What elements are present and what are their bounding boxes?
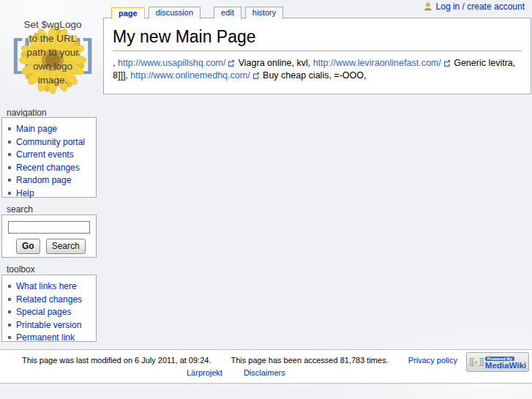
sidebar-item-help: Help	[7, 189, 93, 198]
toolbox-link-special-pages[interactable]: Special pages	[16, 307, 71, 317]
sidebar-link-random-page[interactable]: Random page	[16, 175, 71, 185]
search-button[interactable]: Search	[46, 239, 86, 254]
footer: This page was last modified on 6 July 20…	[0, 349, 532, 384]
search-input[interactable]	[8, 221, 90, 234]
mediawiki-badge[interactable]: [[ ]] Powered By MediaWiki	[466, 352, 529, 372]
logo-text-line: image.	[4, 73, 101, 87]
portlet-title-toolbox: toolbox	[7, 264, 35, 275]
toolbox-item-permanent-link: Permanent link	[7, 333, 93, 343]
go-button[interactable]: Go	[16, 239, 40, 254]
tab-edit[interactable]: edit	[214, 7, 241, 19]
access-count-text: This page has been accessed 81,783 times…	[231, 356, 388, 365]
sidebar-item-random-page: Random page	[7, 176, 93, 185]
badge-text: Powered By MediaWiki	[485, 354, 526, 370]
last-modified-text: This page was last modified on 6 July 20…	[22, 356, 211, 365]
external-link-leviraonlinefast[interactable]: http://www.leviraonlinefast.com/	[313, 58, 441, 68]
tab-page[interactable]: page	[111, 7, 145, 19]
external-link-usapillshq[interactable]: http://www.usapillshq.com/	[118, 58, 225, 68]
page-title: My new Main Page	[113, 27, 522, 51]
tab-bar: page discussion edit history	[111, 7, 287, 19]
sidebar-link-help[interactable]: Help	[16, 188, 34, 198]
toolbox-link-what-links-here[interactable]: What links here	[16, 281, 77, 291]
text-fragment: ,	[113, 58, 118, 68]
logo-text-line: Set $wgLogo	[4, 18, 101, 31]
sidebar-item-community-portal: Community portal	[7, 138, 93, 147]
privacy-policy-link[interactable]: Privacy policy	[408, 356, 457, 365]
toolbox-link-permanent-link[interactable]: Permanent link	[16, 332, 75, 343]
sidebar-link-community-portal[interactable]: Community portal	[16, 137, 85, 147]
sidebar-link-main-page[interactable]: Main page	[16, 124, 57, 134]
article-text: , http://www.usapillshq.com/ Viagra onli…	[113, 57, 522, 82]
sidebar-item-current-events: Current events	[7, 150, 93, 160]
sidebar-link-current-events[interactable]: Current events	[16, 149, 74, 160]
search-buttons: Go Search	[16, 239, 96, 254]
toolbox-item-special-pages: Special pages	[7, 307, 93, 317]
toolbox-link-printable-version[interactable]: Printable version	[16, 320, 81, 330]
site-logo[interactable]: [[ ]]	[4, 12, 101, 101]
logo-text-line: own logo	[4, 59, 101, 73]
external-link-icon	[252, 72, 260, 79]
toolbox-item-related-changes: Related changes	[7, 295, 93, 305]
badge-sunflower-icon	[474, 357, 478, 368]
toolbox-link-related-changes[interactable]: Related changes	[16, 294, 82, 305]
toolbox-item-what-links-here: What links here	[7, 282, 93, 291]
logo-text-line: path to your	[4, 45, 101, 59]
login-area: Log in / create account	[424, 1, 525, 12]
sidebar-item-recent-changes: Recent changes	[7, 163, 93, 173]
content-area: My new Main Page , http://www.usapillshq…	[103, 18, 531, 94]
search-portlet: Go Search	[1, 215, 97, 258]
footer-row-2: Lärprojekt Disclaimers	[0, 365, 532, 377]
toolbox-item-printable-version: Printable version	[7, 321, 93, 330]
external-link-icon	[228, 59, 235, 67]
sidebar-link-recent-changes[interactable]: Recent changes	[16, 163, 80, 173]
navigation-portlet: Main page Community portal Current event…	[1, 117, 97, 198]
badge-brackets-left-icon: [[	[469, 357, 473, 367]
toolbox-portlet: What links here Related changes Special …	[1, 275, 97, 342]
logo-text-line: to the URL	[4, 31, 101, 45]
portlet-title-search: search	[7, 204, 33, 215]
sidebar-item-main-page: Main page	[7, 124, 93, 134]
footer-row-1: This page was last modified on 6 July 20…	[0, 350, 532, 365]
login-link[interactable]: Log in / create account	[436, 1, 525, 12]
external-link-onlinemedhq[interactable]: http://www.onlinemedhq.com/	[130, 70, 250, 81]
text-fragment: Viagra online, kvl,	[236, 58, 312, 68]
larprojekt-link[interactable]: Lärprojekt	[187, 368, 222, 377]
badge-brackets-right-icon: ]]	[479, 357, 483, 367]
mediawiki-label: MediaWiki	[485, 361, 526, 370]
tab-discussion[interactable]: discussion	[149, 7, 201, 19]
external-link-icon	[443, 59, 451, 67]
user-icon	[424, 2, 432, 11]
text-fragment: Buy cheap cialis, =-OOO,	[261, 70, 367, 81]
disclaimers-link[interactable]: Disclaimers	[244, 368, 285, 377]
logo-text: Set $wgLogo to the URL path to your own …	[4, 18, 101, 87]
tab-history[interactable]: history	[245, 7, 283, 19]
portlet-title-navigation: navigation	[7, 108, 47, 118]
